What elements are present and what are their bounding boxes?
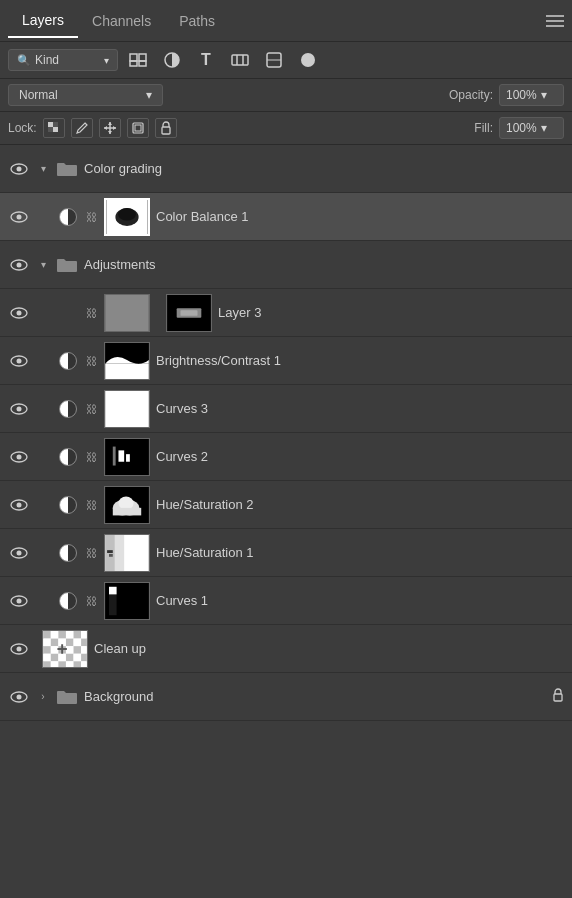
kind-dropdown[interactable]: 🔍 Kind ▾	[8, 49, 118, 71]
collapse-arrow[interactable]: ▾	[36, 258, 50, 272]
layer-row[interactable]: › Background	[0, 673, 572, 721]
collapse-arrow[interactable]: ▾	[36, 162, 50, 176]
svg-marker-16	[104, 126, 107, 130]
visibility-icon[interactable]	[8, 254, 30, 276]
layer-row[interactable]: ⛓ Hue/Saturation 1	[0, 529, 572, 577]
ellipse-filter-icon[interactable]	[294, 48, 322, 72]
layer-lock-icon	[552, 688, 564, 705]
layer-row[interactable]: ▾ Adjustments	[0, 241, 572, 289]
visibility-icon[interactable]	[8, 398, 30, 420]
layer-row[interactable]: ⛓ Brightness/Contrast 1	[0, 337, 572, 385]
layer-name: Layer 3	[218, 305, 564, 320]
svg-rect-1	[139, 54, 146, 61]
lock-position-icon[interactable]	[99, 118, 121, 138]
layer-row[interactable]: ⛓ Layer 3	[0, 289, 572, 337]
pixel-filter-icon[interactable]	[124, 48, 152, 72]
smart-filter-icon[interactable]	[260, 48, 288, 72]
layer-name: Curves 2	[156, 449, 564, 464]
svg-rect-100	[81, 661, 87, 667]
layers-list: ▾ Color grading ⛓ Color Balance 1 ▾	[0, 145, 572, 721]
visibility-icon[interactable]	[8, 158, 30, 180]
layer-row[interactable]: Clean up	[0, 625, 572, 673]
svg-rect-67	[109, 586, 117, 594]
adjustment-filter-icon[interactable]	[158, 48, 186, 72]
svg-marker-17	[113, 126, 116, 130]
visibility-icon[interactable]	[8, 686, 30, 708]
svg-rect-39	[105, 363, 149, 378]
visibility-icon[interactable]	[8, 590, 30, 612]
svg-rect-86	[66, 646, 74, 654]
svg-point-9	[301, 53, 315, 67]
layer-row[interactable]: ⛓ Curves 1	[0, 577, 572, 625]
layer-name: Color Balance 1	[156, 209, 564, 224]
svg-point-44	[17, 454, 22, 459]
layer-row[interactable]: ⛓ Hue/Saturation 2	[0, 481, 572, 529]
layer-thumbnail	[104, 390, 150, 428]
lock-image-icon[interactable]	[71, 118, 93, 138]
svg-point-31	[17, 310, 22, 315]
tab-channels[interactable]: Channels	[78, 5, 165, 37]
tab-layers[interactable]: Layers	[8, 4, 78, 38]
layer-row[interactable]: ⛓ Curves 2	[0, 433, 572, 481]
layer-name: Curves 3	[156, 401, 564, 416]
adjustment-layer-icon	[58, 399, 78, 419]
layer-name: Background	[84, 689, 546, 704]
svg-rect-61	[107, 550, 113, 553]
svg-rect-46	[118, 450, 124, 461]
svg-rect-97	[58, 661, 66, 667]
layer-row[interactable]: ⛓ Color Balance 1	[0, 193, 572, 241]
svg-rect-62	[109, 553, 113, 556]
svg-rect-87	[74, 646, 82, 654]
svg-rect-89	[43, 653, 51, 661]
svg-point-64	[17, 598, 22, 603]
lock-label: Lock:	[8, 121, 37, 135]
lock-transparency-icon[interactable]	[43, 118, 65, 138]
layer-row[interactable]: ▾ Color grading	[0, 145, 572, 193]
panel-menu-icon[interactable]	[546, 15, 564, 27]
lock-artboard-icon[interactable]	[127, 118, 149, 138]
layer-row[interactable]: ⛓ Curves 3	[0, 385, 572, 433]
svg-point-27	[118, 208, 136, 221]
folder-icon	[56, 688, 78, 706]
svg-rect-93	[74, 653, 82, 661]
fill-group: Fill: 100% ▾	[474, 117, 564, 139]
visibility-icon[interactable]	[8, 494, 30, 516]
svg-point-41	[17, 406, 22, 411]
svg-rect-78	[51, 638, 59, 646]
fill-input[interactable]: 100% ▾	[499, 117, 564, 139]
shape-filter-icon[interactable]	[226, 48, 254, 72]
visibility-icon[interactable]	[8, 350, 30, 372]
opacity-input[interactable]: 100% ▾	[499, 84, 564, 106]
kind-label: Kind	[35, 53, 59, 67]
lock-row: Lock: Fill: 100% ▾	[0, 112, 572, 145]
visibility-icon[interactable]	[8, 446, 30, 468]
adjustment-layer-icon	[58, 591, 78, 611]
svg-point-50	[17, 502, 22, 507]
svg-rect-74	[66, 631, 74, 639]
visibility-icon[interactable]	[8, 206, 30, 228]
layer-name: Color grading	[84, 161, 564, 176]
layer-name: Hue/Saturation 1	[156, 545, 564, 560]
layer-thumbnail	[104, 582, 150, 620]
svg-rect-90	[51, 653, 59, 661]
svg-rect-71	[43, 631, 51, 639]
visibility-icon[interactable]	[8, 638, 30, 660]
svg-rect-10	[48, 122, 53, 127]
svg-rect-42	[105, 391, 149, 427]
lock-all-icon[interactable]	[155, 118, 177, 138]
svg-rect-98	[66, 661, 74, 667]
svg-rect-96	[51, 661, 59, 667]
type-filter-icon[interactable]: T	[192, 48, 220, 72]
svg-rect-94	[81, 653, 87, 661]
visibility-icon[interactable]	[8, 542, 30, 564]
tab-paths[interactable]: Paths	[165, 5, 229, 37]
opacity-value: 100%	[506, 88, 537, 102]
blend-mode-dropdown[interactable]: Normal ▾	[8, 84, 163, 106]
folder-icon	[56, 256, 78, 274]
tabs-bar: Layers Channels Paths	[0, 0, 572, 42]
collapse-arrow[interactable]: ›	[36, 690, 50, 704]
layer-thumbnail	[42, 630, 88, 668]
layer-name: Brightness/Contrast 1	[156, 353, 564, 368]
svg-rect-77	[43, 638, 51, 646]
visibility-icon[interactable]	[8, 302, 30, 324]
